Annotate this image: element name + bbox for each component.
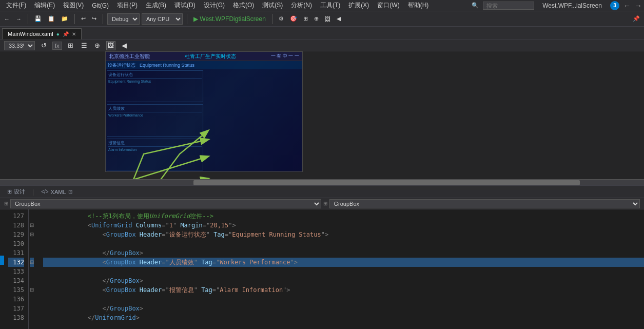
run-button[interactable]: ▶ West.WPFDigtialScreen [191,15,268,23]
code-line-135: <GroupBox Header="报警信息" Tag="Alarm Infor… [43,285,644,295]
line-num-127: 127 [8,211,24,221]
menu-extensions[interactable]: 扩展(X) [344,0,373,11]
zoom-table-btn[interactable]: ☰ [80,41,89,50]
tab-bar: MainWindow.xaml ● 📌 ✕ [0,27,644,40]
zoom-image-btn[interactable]: 🖼 [106,41,115,50]
wpf-preview-window: 北京德胜工业智能 杜青工厂生产实时状态 一 有 中 一 一 设备运行状态 Equ… [105,51,303,172]
code-line-129: <GroupBox Header="设备运行状态" Tag="Equipment… [43,230,644,239]
save-all-btn[interactable]: 📋 [46,13,57,25]
breadcrumb-left-select[interactable]: GroupBox [10,199,321,208]
tab-mainwindow[interactable]: MainWindow.xaml ● 📌 ✕ [2,28,82,40]
menu-help[interactable]: 帮助(H) [404,0,433,11]
toolbar-btn-1[interactable]: ⚙ [277,13,286,25]
menu-window[interactable]: 窗口(W) [373,0,403,11]
line-num-132: 132 [8,258,24,267]
main-layout: 33.33% ↺ fx ⊞ ☰ ⊕ 🖼 ◀ 北京德胜工业智能 杜青工厂生产实时状… [0,40,644,329]
toolbar-btn-4[interactable]: ⊕ [312,13,321,25]
wpf-panel-workers: 人员绩效 Workers Performance [107,104,203,136]
wpf-nav-item2: Equipment Running Status [140,63,194,68]
h-scrollbar-thumb[interactable] [193,180,580,185]
build-config-select[interactable]: Debug [107,13,140,25]
wpf-header: 北京德胜工业智能 杜青工厂生产实时状态 一 有 中 一 一 [106,52,302,61]
tab-separator: | [32,188,34,196]
menu-format[interactable]: 格式(O) [229,0,258,11]
wpf-panel-workers-content: Workers Performance [108,113,202,117]
redo-btn[interactable]: ↪ [90,13,99,25]
menu-bar-right: 🔍 West.WPF...ialScreen 3 ← → [472,1,642,10]
menu-bar: 文件(F) 编辑(E) 视图(V) Git(G) 项目(P) 生成(B) 调试(… [0,0,644,11]
code-content[interactable]: <!--第1列布局，使用UniformGrid控件--> <UniformGri… [35,209,644,329]
nav-back-btn[interactable]: ← [623,2,631,10]
h-scrollbar[interactable] [0,179,644,185]
nav-forward-btn[interactable]: → [635,2,642,10]
separator-3 [103,14,103,24]
toolbar-btn-6[interactable]: ◀ [335,13,343,25]
line-numbers: 127 128 129 130 131 132 133 134 135 136 … [4,209,29,329]
cpu-select[interactable]: Any CPU [142,13,183,25]
tab-modified-dot: ● [56,31,60,37]
collapse-markers: ⊟ ⊟ ⊟ ⊟ [29,209,35,329]
tab-design[interactable]: ⊞ 设计 [4,187,28,197]
menu-project[interactable]: 项目(P) [113,0,142,11]
pin-btn[interactable]: 📌 [631,13,642,25]
code-line-132: <GroupBox Header="人员绩效" Tag="Workers Per… [43,258,644,267]
notification-badge: 3 [610,1,619,10]
back-btn[interactable]: ← [2,13,12,25]
zoom-level-select[interactable]: 33.33% [4,41,35,50]
open-btn[interactable]: 📁 [59,13,70,25]
xaml-label: XAML [51,189,66,195]
menu-build[interactable]: 生成(B) [142,0,170,11]
menu-design[interactable]: 设计(G) [200,0,229,11]
zoom-fit-btn[interactable]: ⊕ [93,41,102,50]
code-line-131: </GroupBox> [43,248,644,258]
preview-area[interactable]: 北京德胜工业智能 杜青工厂生产实时状态 一 有 中 一 一 设备运行状态 Equ… [0,51,644,179]
wpf-panel-workers-title: 人员绩效 [108,106,202,112]
search-input[interactable] [483,2,534,10]
design-tabs: ⊞ 设计 | </> XAML ⊡ [0,186,644,198]
undo-btn[interactable]: ↩ [79,13,88,25]
code-line-128: <UniformGrid Columns="1" Margin="20,15"> [43,221,644,230]
line-num-138: 138 [8,313,24,322]
code-line-137: </GroupBox> [43,304,644,313]
toolbar-btn-3[interactable]: ⊞ [301,13,310,25]
menu-view[interactable]: 视图(V) [59,0,88,11]
line-num-128: 128 [8,221,24,230]
line-num-131: 131 [8,248,24,258]
menu-analyze[interactable]: 分析(N) [287,0,316,11]
toolbar: ← → 💾 📋 📁 ↩ ↪ Debug Any CPU ▶ West.WPFDi… [0,11,644,27]
code-editor: 127 128 129 130 131 132 133 134 135 136 … [0,209,644,329]
wpf-panel-alarm-title: 报警信息 [108,140,202,147]
wpf-panel-equipment: 设备运行状态 Equipment Running Status [107,70,203,102]
design-label: 设计 [14,188,25,196]
toolbar-btn-5[interactable]: 🖼 [323,13,333,25]
breadcrumb-right-select[interactable]: GroupBox [329,199,640,208]
wpf-right-panel [204,69,303,171]
forward-btn[interactable]: → [14,13,24,25]
line-num-129: 129 [8,230,24,239]
zoom-back-btn[interactable]: ◀ [120,41,129,50]
breadcrumb-bar: ⊞ GroupBox ⊞ GroupBox [0,198,644,209]
tab-close-btn[interactable]: ✕ [72,31,76,37]
save-btn[interactable]: 💾 [32,13,44,25]
separator-1 [28,14,28,24]
code-line-130 [43,239,644,248]
menu-edit[interactable]: 编辑(E) [30,0,59,11]
menu-file[interactable]: 文件(F) [2,0,30,11]
zoom-grid-btn[interactable]: ⊞ [66,41,75,50]
menu-git[interactable]: Git(G) [88,1,113,10]
search-icon: 🔍 [472,2,479,9]
line-num-133: 133 [8,267,24,276]
wpf-nav-item1: 设备运行状态 [108,62,135,69]
tab-pin-icon: 📌 [63,31,69,37]
xaml-expand-icon: ⊡ [68,189,72,195]
tab-xaml[interactable]: </> XAML ⊡ [38,188,75,196]
line-num-134: 134 [8,276,24,285]
menu-test[interactable]: 测试(S) [258,0,287,11]
designer-area: 33.33% ↺ fx ⊞ ☰ ⊕ 🖼 ◀ 北京德胜工业智能 杜青工厂生产实时状… [0,40,644,185]
zoom-refresh-btn[interactable]: ↺ [39,41,48,50]
toolbar-btn-2[interactable]: 🎯 [288,13,299,25]
wpf-panel-equipment-title: 设备运行状态 [108,72,202,79]
menu-debug[interactable]: 调试(D) [170,0,200,11]
code-line-134: </GroupBox> [43,276,644,285]
menu-tools[interactable]: 工具(T) [316,0,344,11]
